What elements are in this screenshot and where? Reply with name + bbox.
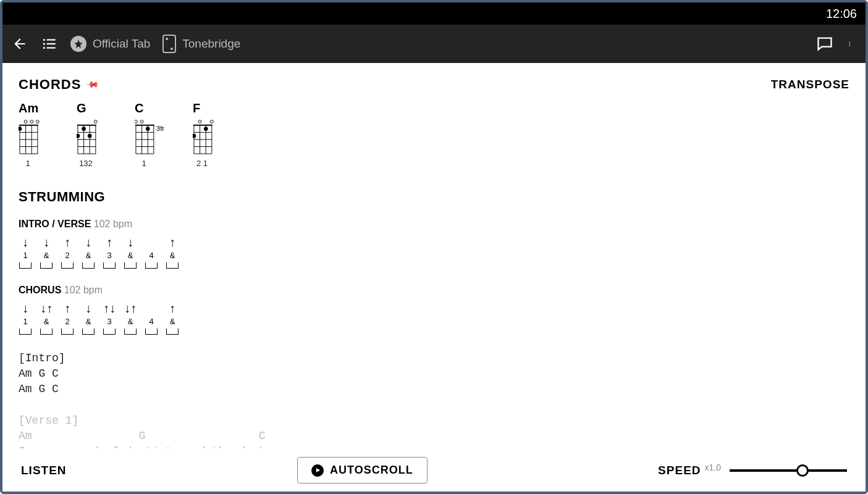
svg-point-10 <box>30 120 33 124</box>
svg-point-36 <box>140 120 143 124</box>
tab-text: [Intro]Am G CAm G C [Verse 1]Am G CI was… <box>19 351 849 448</box>
strum-beat: ↑2 <box>61 301 74 335</box>
svg-rect-12 <box>19 125 38 126</box>
svg-point-22 <box>94 120 97 124</box>
status-bar: 12:06 <box>2 2 866 25</box>
strum-beat: ↓1 <box>19 301 32 335</box>
content-area[interactable]: CHORDS 📌 TRANSPOSE Am1G132C3fr1F2 1 STRU… <box>2 63 866 448</box>
svg-point-35 <box>135 120 137 124</box>
chord-fingers: 132 <box>77 159 95 168</box>
svg-point-46 <box>146 127 150 131</box>
chord-fingers: 1 <box>135 159 153 168</box>
svg-point-48 <box>198 120 201 124</box>
chord-diagram[interactable]: C3fr1 <box>135 101 171 168</box>
play-icon <box>311 464 324 477</box>
svg-point-8 <box>849 45 850 46</box>
back-icon[interactable] <box>11 35 28 52</box>
chord-name: Am <box>19 101 38 115</box>
svg-rect-23 <box>77 125 96 126</box>
transpose-button[interactable]: TRANSPOSE <box>771 78 849 91</box>
official-tab-label: Official Tab <box>93 37 150 51</box>
strum-pattern-label: INTRO / VERSE 102 bpm <box>19 219 849 230</box>
status-time: 12:06 <box>826 7 857 21</box>
speed-multiplier: x1.0 <box>705 463 721 472</box>
strum-beat: ↓↑& <box>124 301 137 335</box>
svg-rect-1 <box>47 39 56 40</box>
strum-pattern: ↓1↓&↑2↓&↑3↓&4↑& <box>19 235 849 269</box>
official-tab-button[interactable]: Official Tab <box>70 36 150 52</box>
svg-point-59 <box>193 134 196 138</box>
chord-diagram[interactable]: G132 <box>77 101 112 168</box>
svg-point-6 <box>849 42 850 43</box>
chords-title-text: CHORDS <box>19 77 81 93</box>
strum-beat: 4 <box>145 235 158 269</box>
svg-point-33 <box>82 127 86 131</box>
svg-point-4 <box>43 47 45 49</box>
svg-point-0 <box>43 39 45 41</box>
chord-name: C <box>135 101 143 115</box>
strum-beat: ↓& <box>82 301 95 335</box>
svg-point-49 <box>210 120 213 124</box>
strum-beat: ↑2 <box>61 235 74 269</box>
strum-beat: ↓& <box>40 235 53 269</box>
bottom-bar: LISTEN AUTOSCROLL SPEED x1.0 <box>2 448 866 492</box>
autoscroll-label: AUTOSCROLL <box>330 464 413 477</box>
chord-name: F <box>193 101 200 115</box>
strum-pattern-label: CHORUS 102 bpm <box>19 285 849 296</box>
chord-fingers: 1 <box>19 159 37 168</box>
strum-beat: ↑& <box>166 235 179 269</box>
chord-diagram[interactable]: Am1 <box>19 101 54 168</box>
strum-beat: 4 <box>145 301 158 335</box>
tonebridge-icon <box>162 35 176 53</box>
svg-point-60 <box>204 127 208 131</box>
comment-icon[interactable] <box>816 35 833 52</box>
tonebridge-button[interactable]: Tonebridge <box>162 35 240 53</box>
chords-heading: CHORDS 📌 <box>19 77 98 93</box>
svg-rect-50 <box>193 125 213 126</box>
more-icon[interactable] <box>846 35 857 52</box>
chord-diagram[interactable]: F2 1 <box>193 101 229 168</box>
strum-beat: ↑3 <box>103 235 116 269</box>
star-icon <box>70 36 86 52</box>
strum-beat: ↓1 <box>19 235 32 269</box>
tonebridge-label: Tonebridge <box>182 37 240 51</box>
strum-beat: ↓& <box>124 235 137 269</box>
speed-slider[interactable] <box>730 469 847 472</box>
speed-control: SPEED x1.0 <box>658 463 847 479</box>
listen-button[interactable]: LISTEN <box>21 464 67 477</box>
speed-label: SPEED <box>658 464 701 477</box>
svg-point-7 <box>849 43 850 44</box>
autoscroll-button[interactable]: AUTOSCROLL <box>297 457 428 484</box>
strumming-heading: STRUMMING <box>19 189 849 205</box>
svg-point-21 <box>19 127 22 131</box>
svg-rect-3 <box>47 43 56 44</box>
strum-beat: ↓↑& <box>40 301 53 335</box>
svg-point-9 <box>24 120 27 124</box>
list-icon[interactable] <box>41 35 58 52</box>
svg-text:3fr: 3fr <box>156 125 165 132</box>
pin-icon[interactable]: 📌 <box>85 77 100 92</box>
svg-rect-5 <box>47 47 56 48</box>
strum-beat: ↑↓3 <box>103 301 116 335</box>
chord-name: G <box>77 101 86 115</box>
strum-beat: ↓& <box>82 235 95 269</box>
toolbar: Official Tab Tonebridge <box>2 25 866 63</box>
strum-beat: ↑& <box>166 301 179 335</box>
slider-thumb[interactable] <box>796 464 809 477</box>
svg-point-34 <box>88 134 92 138</box>
chord-list: Am1G132C3fr1F2 1 <box>19 101 849 168</box>
svg-point-32 <box>77 134 80 138</box>
svg-rect-37 <box>135 125 154 126</box>
chord-fingers: 2 1 <box>193 159 211 168</box>
strum-pattern: ↓1↓↑&↑2↓&↑↓3↓↑&4↑& <box>19 301 849 335</box>
svg-point-2 <box>43 43 45 44</box>
svg-point-11 <box>36 120 39 124</box>
